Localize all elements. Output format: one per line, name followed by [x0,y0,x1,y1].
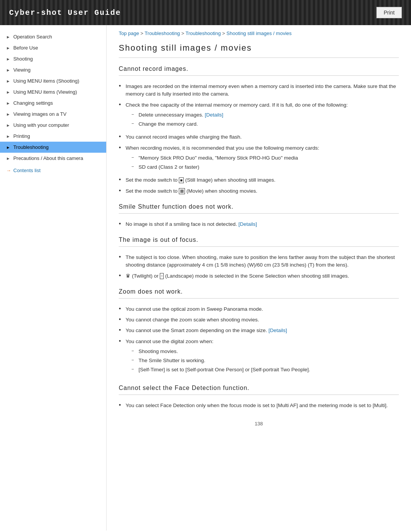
sidebar-item-troubleshooting[interactable]: ►Troubleshooting [0,142,106,153]
sidebar-item-viewing[interactable]: ►Viewing [0,64,106,75]
sidebar-item-printing[interactable]: ►Printing [0,131,106,142]
sidebar-arrow-icon: ► [6,57,10,61]
section-cannot-record: Cannot record images.Images are recorded… [119,66,399,197]
sub-list-item: "Memory Stick PRO Duo" media, "Memory St… [132,153,399,163]
list-item: You cannot use the digital zoom when:Sho… [119,336,399,378]
breadcrumb-item[interactable]: Shooting still images / movies [226,30,292,36]
breadcrumb-item[interactable]: Troubleshooting [185,30,221,36]
contents-list-link[interactable]: → Contents list [0,164,106,176]
still-image-icon: ■ [179,177,184,183]
sidebar-item-using-menu-items-shooting[interactable]: ►Using MENU items (Shooting) [0,75,106,86]
list-item: When recording movies, it is recommended… [119,143,399,175]
bullet-text: You can select Face Detection only when … [126,403,388,408]
list-item: Images are recorded on the internal memo… [119,81,399,100]
details-link[interactable]: [Details] [238,221,257,227]
sidebar-item-label: Changing settings [13,100,53,106]
details-link[interactable]: [Details] [269,328,287,333]
list-item: Set the mode switch to ■ (Still Image) w… [119,175,399,185]
sidebar-arrow-icon: ► [6,145,10,150]
section-face-detection: Cannot select the Face Detection functio… [119,385,399,411]
breadcrumb-separator: > [139,30,145,36]
bullet-text: You cannot use the optical zoom in Sweep… [126,306,263,312]
sidebar-arrow-icon: ► [6,46,10,50]
sidebar: ►Operation Search►Before Use►Shooting►Vi… [0,25,107,530]
main-content: Top page > Troubleshooting > Troubleshoo… [107,25,411,530]
list-item: You cannot record images while charging … [119,132,399,142]
list-item: You cannot use the optical zoom in Sweep… [119,304,399,315]
bullet-text: The subject is too close. When shooting,… [126,254,395,268]
landscape-icon: ▫ [160,273,164,279]
list-item: The subject is too close. When shooting,… [119,252,399,271]
section-title: The image is out of focus. [119,236,399,247]
section-smile-shutter: Smile Shutter function does not work.No … [119,203,399,230]
twilight-icon: ♛ [126,273,131,279]
sub-list-item: Change the memory card. [132,120,399,129]
sub-list-item: [Self-Timer] is set to [Self-portrait On… [132,365,399,374]
sidebar-item-using-with-your-computer[interactable]: ►Using with your computer [0,120,106,131]
sidebar-item-shooting[interactable]: ►Shooting [0,53,106,64]
list-item: Set the mode switch to ▦ (Movie) when sh… [119,186,399,197]
bullet-text: No image is shot if a smiling face is no… [126,221,238,227]
sub-list: "Memory Stick PRO Duo" media, "Memory St… [132,153,399,172]
sidebar-item-viewing-images-on-a-tv[interactable]: ►Viewing images on a TV [0,109,106,120]
sub-list-item: Delete unnecessary images. [Details] [132,110,399,120]
sidebar-item-label: Using with your computer [13,122,69,128]
sub-list-item: Shooting movies. [132,347,399,356]
print-button[interactable]: Print [376,7,402,18]
bullet-text: Images are recorded on the internal memo… [126,83,396,97]
arrow-right-icon: → [6,168,11,173]
sidebar-item-label: Before Use [13,45,38,51]
header: Cyber-shot User Guide Print [0,0,411,25]
sidebar-item-label: Viewing [13,67,30,73]
sidebar-item-label: Using MENU items (Viewing) [13,89,77,95]
sub-item-text: "Memory Stick PRO Duo" media, "Memory St… [139,155,298,161]
sub-list-item: The Smile Shutter is working. [132,356,399,365]
app-title: Cyber-shot User Guide [9,8,121,17]
sidebar-item-label: Troubleshooting [13,144,49,150]
sidebar-item-using-menu-items-viewing[interactable]: ►Using MENU items (Viewing) [0,86,106,97]
sidebar-arrow-icon: ► [6,134,10,139]
bullet-list: You cannot use the optical zoom in Sweep… [119,304,399,378]
page-title: Shooting still images / movies [119,43,399,58]
list-item: You cannot use the Smart zoom depending … [119,325,399,336]
list-item: You cannot change the zoom scale when sh… [119,315,399,325]
sidebar-arrow-icon: ► [6,123,10,128]
breadcrumb-item[interactable]: Troubleshooting [145,30,180,36]
sidebar-item-operation-search[interactable]: ►Operation Search [0,31,106,42]
sidebar-item-precautions--about-this-camera[interactable]: ►Precautions / About this camera [0,153,106,164]
sidebar-arrow-icon: ► [6,68,10,72]
sub-item-text: SD card (Class 2 or faster) [139,164,199,170]
details-link[interactable]: [Details] [205,112,223,118]
breadcrumb: Top page > Troubleshooting > Troubleshoo… [119,25,399,40]
list-item: ♛ (Twilight) or ▫ (Landscape) mode is se… [119,271,399,281]
section-zoom: Zoom does not work.You cannot use the op… [119,288,399,378]
bullet-text: You cannot change the zoom scale when sh… [126,317,259,323]
section-title: Cannot record images. [119,66,399,76]
sidebar-item-label: Using MENU items (Shooting) [13,78,79,84]
section-title: Zoom does not work. [119,288,399,299]
breadcrumb-item[interactable]: Top page [119,30,139,36]
bullet-list: Images are recorded on the internal memo… [119,81,399,197]
sidebar-arrow-icon: ► [6,79,10,83]
section-out-of-focus: The image is out of focus.The subject is… [119,236,399,281]
sidebar-arrow-icon: ► [6,35,10,39]
bullet-text: You cannot record images while charging … [126,134,242,140]
bullet-text: You cannot use the Smart zoom depending … [126,328,269,333]
sidebar-item-changing-settings[interactable]: ►Changing settings [0,97,106,109]
sub-item-text: Shooting movies. [139,348,178,354]
sidebar-item-label: Printing [13,133,30,139]
bullet-list: You can select Face Detection only when … [119,400,399,411]
contents-list-label: Contents list [13,168,41,173]
sidebar-item-before-use[interactable]: ►Before Use [0,42,106,53]
sub-list-item: SD card (Class 2 or faster) [132,163,399,172]
sections-container: Cannot record images.Images are recorded… [119,66,399,411]
bullet-text: You cannot use the digital zoom when: [126,339,213,344]
breadcrumb-separator: > [221,30,226,36]
breadcrumb-separator: > [180,30,186,36]
sub-item-text: Delete unnecessary images. [139,112,205,118]
bullet-text: When recording movies, it is recommended… [126,145,319,151]
page-number: 138 [255,421,263,427]
footer: 138 [119,415,399,430]
sub-item-text: [Self-Timer] is set to [Self-portrait On… [139,367,310,372]
section-title: Cannot select the Face Detection functio… [119,385,399,395]
